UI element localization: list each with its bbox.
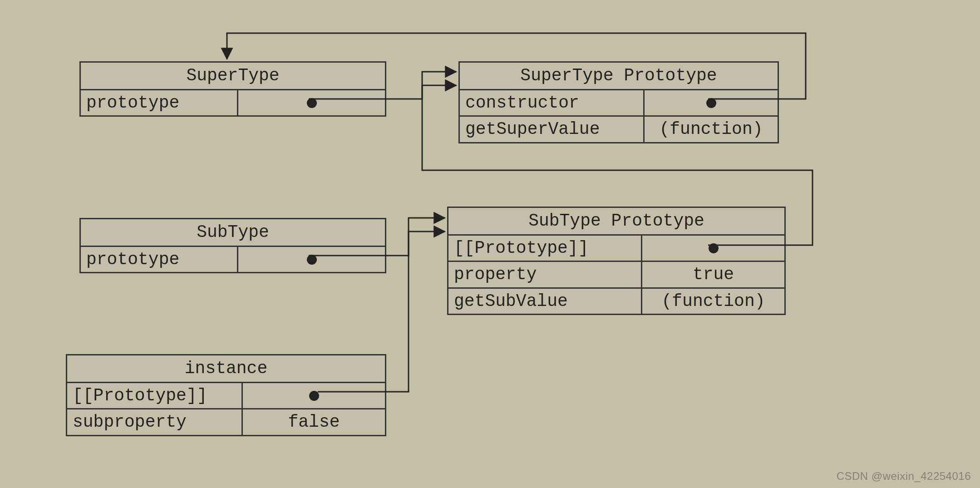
pointer-dot bbox=[307, 98, 317, 108]
cell-value: (function) bbox=[642, 289, 784, 314]
box-subtype-prototype: SubType Prototype [[Prototype]] property… bbox=[447, 207, 786, 315]
row-proto: [[Prototype]] bbox=[67, 383, 385, 410]
box-supertype: SuperType prototype bbox=[79, 61, 386, 117]
box-supertype-prototype: SuperType Prototype constructor getSuper… bbox=[458, 61, 779, 143]
cell-value bbox=[642, 236, 784, 261]
pointer-dot bbox=[309, 391, 319, 401]
watermark: CSDN @weixin_42254016 bbox=[837, 470, 971, 483]
cell-value bbox=[238, 247, 385, 272]
row-subproperty: subproperty false bbox=[67, 409, 385, 435]
box-subtype: SubType prototype bbox=[79, 218, 386, 273]
cell-label: [[Prototype]] bbox=[448, 236, 642, 261]
cell-value: (function) bbox=[645, 117, 778, 142]
cell-value bbox=[243, 383, 385, 409]
box-title: SubType bbox=[81, 219, 385, 247]
row-prototype: prototype bbox=[81, 247, 385, 272]
cell-label: constructor bbox=[460, 90, 645, 116]
cell-label: property bbox=[448, 262, 642, 287]
pointer-dot bbox=[706, 98, 716, 108]
pointer-dot bbox=[709, 243, 719, 253]
cell-label: prototype bbox=[81, 90, 238, 116]
cell-label: prototype bbox=[81, 247, 238, 272]
row-getsupervalue: getSuperValue (function) bbox=[460, 117, 778, 142]
cell-label: getSubValue bbox=[448, 289, 642, 314]
cell-value bbox=[645, 90, 778, 116]
box-title: instance bbox=[67, 355, 385, 383]
box-title: SuperType Prototype bbox=[460, 63, 778, 90]
cell-label: getSuperValue bbox=[460, 117, 645, 142]
row-proto: [[Prototype]] bbox=[448, 236, 784, 262]
row-prototype: prototype bbox=[81, 90, 385, 116]
row-property: property true bbox=[448, 262, 784, 289]
cell-label: subproperty bbox=[67, 409, 243, 435]
row-getsubvalue: getSubValue (function) bbox=[448, 289, 784, 314]
box-title: SubType Prototype bbox=[448, 208, 784, 236]
cell-value bbox=[238, 90, 385, 116]
cell-label: [[Prototype]] bbox=[67, 383, 243, 409]
cell-value: false bbox=[243, 409, 385, 435]
box-instance: instance [[Prototype]] subproperty false bbox=[66, 354, 386, 436]
box-title: SuperType bbox=[81, 63, 385, 90]
pointer-dot bbox=[307, 255, 317, 265]
row-constructor: constructor bbox=[460, 90, 778, 117]
cell-value: true bbox=[642, 262, 784, 287]
